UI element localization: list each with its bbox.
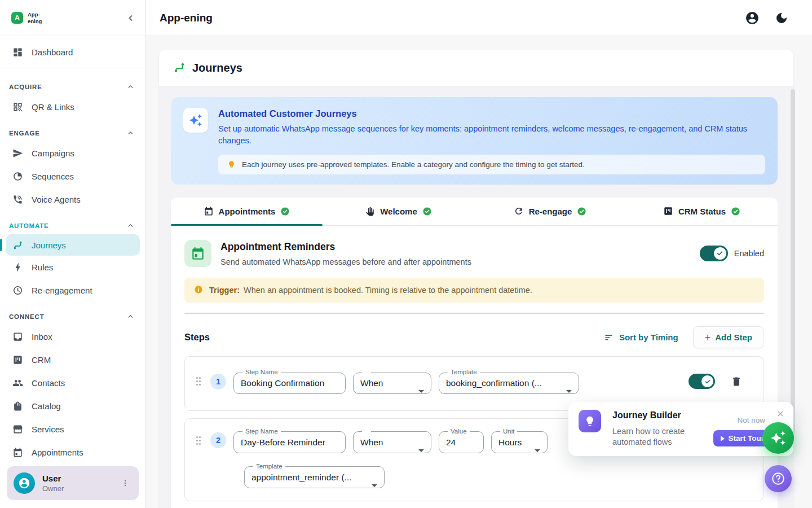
people-icon bbox=[12, 378, 23, 388]
sidebar-item-re-engagement[interactable]: Re-engagement bbox=[0, 279, 145, 302]
sidebar: A App- ening Dashboard ACQUIRE QR & Link… bbox=[0, 0, 146, 508]
sidebar-item-sequences[interactable]: Sequences bbox=[0, 165, 145, 188]
when-select[interactable]: When bbox=[353, 428, 431, 453]
tab-appointments[interactable]: Appointments bbox=[171, 198, 323, 225]
sidebar-item-inbox[interactable]: Inbox bbox=[0, 325, 145, 348]
sparkles-tile bbox=[183, 108, 208, 133]
user-name: User bbox=[42, 474, 64, 483]
account-icon[interactable] bbox=[745, 11, 760, 25]
calendar-icon bbox=[12, 447, 23, 458]
sidebar-item-rules[interactable]: Rules bbox=[0, 256, 145, 279]
user-card: User Owner bbox=[7, 466, 139, 500]
dropdown-caret-icon bbox=[566, 390, 572, 393]
section-automate[interactable]: AUTOMATE bbox=[0, 211, 145, 234]
divider bbox=[0, 68, 145, 68]
reminder-title: Appointment Reminders bbox=[220, 241, 471, 253]
tabs-card: Appointments Welcome Re-engage bbox=[171, 198, 778, 508]
user-menu-kebab-icon[interactable] bbox=[118, 476, 132, 490]
sidebar-item-services[interactable]: Services bbox=[0, 418, 145, 441]
sidebar-item-campaigns[interactable]: Campaigns bbox=[0, 142, 145, 165]
lightbulb-icon bbox=[584, 415, 595, 427]
toast-subtitle: Learn how to create automated flows bbox=[612, 426, 714, 447]
tab-re-engage[interactable]: Re-engage bbox=[474, 198, 626, 225]
chevron-up-icon bbox=[127, 222, 134, 229]
shopping-bag-icon bbox=[12, 401, 23, 411]
delete-step-icon[interactable] bbox=[731, 376, 742, 387]
sidebar-item-label: CRM bbox=[32, 355, 51, 365]
user-role: Owner bbox=[42, 484, 64, 493]
sidebar-item-label: Contacts bbox=[32, 378, 65, 388]
logo-letter: A bbox=[15, 14, 20, 22]
sidebar-item-voice-agents[interactable]: Voice Agents bbox=[0, 188, 145, 211]
drag-handle-icon[interactable] bbox=[194, 434, 203, 447]
info-banner: Automated Customer Journeys Set up autom… bbox=[171, 97, 778, 185]
check-circle-icon bbox=[422, 207, 432, 216]
dropdown-caret-icon bbox=[372, 484, 377, 487]
trigger-notice: Trigger: When an appointment is booked. … bbox=[184, 278, 764, 303]
sidebar-item-catalog[interactable]: Catalog bbox=[0, 395, 145, 418]
section-acquire[interactable]: ACQUIRE bbox=[0, 72, 145, 95]
dropdown-caret-icon bbox=[535, 449, 540, 452]
top-bar: App-ening bbox=[146, 0, 812, 36]
sidebar-item-appointments[interactable]: Appointments bbox=[0, 441, 145, 461]
collapse-sidebar-icon[interactable] bbox=[126, 14, 135, 23]
check-icon bbox=[716, 249, 723, 257]
enabled-toggle[interactable] bbox=[700, 246, 728, 261]
main: App-ening Journeys bbox=[146, 0, 812, 508]
sidebar-item-label: Inbox bbox=[32, 332, 52, 341]
sidebar-item-journeys[interactable]: Journeys bbox=[6, 234, 140, 256]
help-fab[interactable] bbox=[765, 465, 792, 492]
ai-assistant-fab[interactable] bbox=[762, 422, 794, 454]
banner-title: Automated Customer Journeys bbox=[218, 108, 765, 119]
dark-mode-moon-icon[interactable] bbox=[775, 11, 788, 25]
user-info: User Owner bbox=[42, 474, 64, 493]
template-select[interactable]: Template booking_confirmation (... bbox=[439, 369, 579, 394]
scrollbar-thumb[interactable] bbox=[791, 89, 795, 433]
kanban-icon bbox=[12, 354, 23, 365]
sort-by-timing-button[interactable]: Sort by Timing bbox=[604, 332, 678, 343]
section-engage[interactable]: ENGAGE bbox=[0, 119, 145, 142]
sidebar-item-contacts[interactable]: Contacts bbox=[0, 371, 145, 395]
divider bbox=[184, 313, 764, 314]
close-icon[interactable] bbox=[775, 409, 785, 419]
toggle-knob bbox=[701, 375, 713, 387]
step-number-badge: 1 bbox=[210, 374, 226, 389]
qr-code-icon bbox=[12, 102, 23, 112]
unit-select[interactable]: Unit Hours bbox=[491, 428, 548, 453]
tab-crm-status[interactable]: CRM Status bbox=[626, 198, 778, 225]
sidebar-item-label: Appointments bbox=[32, 448, 83, 457]
drag-handle-icon[interactable] bbox=[194, 375, 203, 388]
calendar-icon bbox=[204, 206, 214, 216]
not-now-button[interactable]: Not now bbox=[737, 416, 765, 424]
refresh-icon bbox=[514, 206, 524, 216]
toast-title: Journey Builder bbox=[612, 410, 681, 421]
chevron-up-icon bbox=[127, 83, 134, 90]
tab-welcome[interactable]: Welcome bbox=[323, 198, 474, 225]
step-toggle[interactable] bbox=[689, 374, 715, 389]
inbox-icon bbox=[12, 331, 23, 342]
info-icon bbox=[194, 285, 203, 294]
section-connect[interactable]: CONNECT bbox=[0, 302, 145, 325]
when-select[interactable]: When bbox=[353, 369, 431, 394]
sidebar-header: A App- ening bbox=[0, 0, 145, 36]
clock-icon bbox=[12, 285, 23, 296]
step-name-field[interactable]: Step Name Day-Before Reminder bbox=[233, 428, 346, 453]
step-name-field[interactable]: Step Name Booking Confirmation bbox=[233, 369, 346, 394]
page-header: Journeys bbox=[159, 50, 793, 86]
steps-heading: Steps bbox=[184, 332, 210, 343]
template-select[interactable]: Template appointment_reminder (... bbox=[244, 463, 385, 488]
sidebar-item-label: Sequences bbox=[32, 172, 74, 181]
appointments-panel: Appointment Reminders Send automated Wha… bbox=[171, 226, 778, 508]
waving-hand-icon bbox=[365, 206, 375, 216]
sidebar-item-label: Re-engagement bbox=[32, 286, 92, 295]
add-step-button[interactable]: + Add Step bbox=[693, 326, 764, 348]
check-circle-icon bbox=[731, 207, 740, 216]
value-field[interactable]: Value 24 bbox=[439, 428, 484, 453]
sidebar-item-qr-links[interactable]: QR & Links bbox=[0, 95, 145, 119]
kanban-icon bbox=[663, 206, 673, 216]
play-icon bbox=[721, 436, 725, 441]
sidebar-item-crm[interactable]: CRM bbox=[0, 348, 145, 371]
sidebar-item-label: Services bbox=[32, 424, 64, 434]
sidebar-nav: Dashboard ACQUIRE QR & Links ENGAGE Camp… bbox=[0, 36, 145, 461]
sidebar-item-dashboard[interactable]: Dashboard bbox=[0, 41, 145, 64]
